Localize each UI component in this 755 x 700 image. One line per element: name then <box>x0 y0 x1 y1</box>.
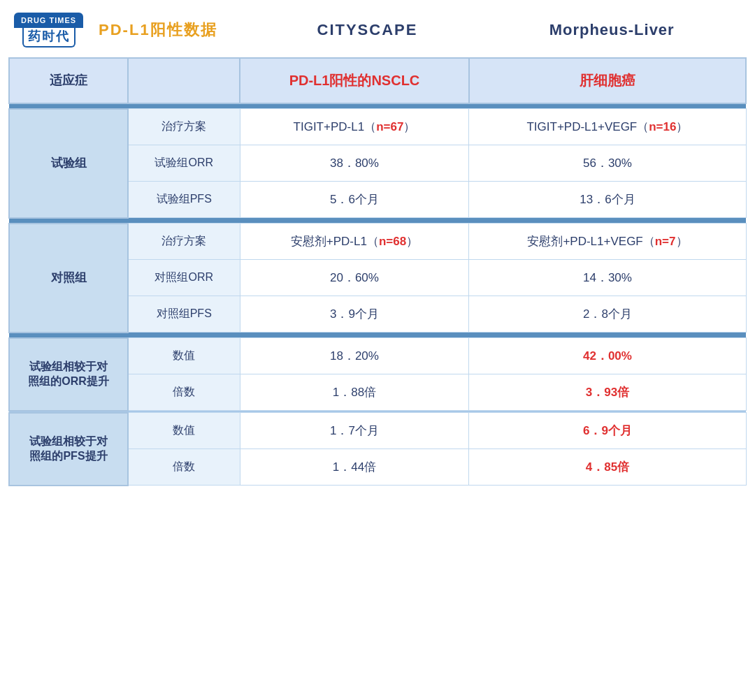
logo-cn: 药时代 <box>22 28 76 47</box>
ctrl-sub-label-3: 对照组PFS <box>128 296 240 333</box>
orr-row-1: 试验组相较于对 照组的ORR提升 数值 18．20% 42．00% <box>9 338 746 374</box>
pfs-row-1: 试验组相较于对 照组的PFS提升 数值 1．7个月 6．9个月 <box>9 413 746 449</box>
indications-cityscape: PD-L1阳性的NSCLC <box>240 58 469 103</box>
exp-row-1: 试验组 治疗方案 TIGIT+PD-L1（n=67） TIGIT+PD-L1+V… <box>9 109 746 145</box>
header-col-cityscape: CITYSCAPE <box>245 21 490 39</box>
exp-sub-label-2: 试验组ORR <box>128 145 240 182</box>
pfs-sub-label-2: 倍数 <box>128 449 240 486</box>
ctrl-cityscape-3: 3．9个月 <box>240 296 469 333</box>
pfs-morpheus-1: 6．9个月 <box>469 413 746 449</box>
header-title: PD-L1阳性数据 <box>99 20 217 41</box>
exp-cityscape-2: 38．80% <box>240 145 469 182</box>
indications-label: 适应症 <box>9 58 128 103</box>
ctrl-cityscape-1: 安慰剂+PD-L1（n=68） <box>240 224 469 260</box>
pfs-sub-label-1: 数值 <box>128 413 240 449</box>
exp-morpheus-2: 56．30% <box>469 145 746 182</box>
pfs-cityscape-2: 1．44倍 <box>240 449 469 486</box>
orr-sub-label-2: 倍数 <box>128 374 240 411</box>
ctrl-sub-label-2: 对照组ORR <box>128 260 240 296</box>
logo: DRUG TIMES 药时代 <box>14 13 83 48</box>
orr-group-label: 试验组相较于对 照组的ORR提升 <box>9 338 128 411</box>
major-sep-3 <box>9 333 746 338</box>
exp-sub-label-1: 治疗方案 <box>128 109 240 145</box>
logo-en: DRUG TIMES <box>14 13 83 28</box>
exp-sub-label-3: 试验组PFS <box>128 182 240 218</box>
orr-morpheus-1: 42．00% <box>469 338 746 374</box>
table-container: 适应症 PD-L1阳性的NSCLC 肝细胞癌 试验组 治疗方案 TIGIT+PD… <box>0 57 755 500</box>
ctrl-morpheus-3: 2．8个月 <box>469 296 746 333</box>
exp-cityscape-1: TIGIT+PD-L1（n=67） <box>240 109 469 145</box>
indications-sub-label <box>128 58 240 103</box>
indications-morpheus: 肝细胞癌 <box>469 58 746 103</box>
header-col-morpheus: Morpheus-Liver <box>489 21 734 39</box>
header: DRUG TIMES 药时代 PD-L1阳性数据 CITYSCAPE Morph… <box>0 0 755 57</box>
exp-cityscape-3: 5．6个月 <box>240 182 469 218</box>
major-sep-2 <box>9 218 746 224</box>
page-wrapper: DRUG TIMES 药时代 PD-L1阳性数据 CITYSCAPE Morph… <box>0 0 755 500</box>
ctrl-row-1: 对照组 治疗方案 安慰剂+PD-L1（n=68） 安慰剂+PD-L1+VEGF（… <box>9 224 746 260</box>
ctrl-morpheus-2: 14．30% <box>469 260 746 296</box>
ctrl-group-label: 对照组 <box>9 224 128 333</box>
ctrl-morpheus-1: 安慰剂+PD-L1+VEGF（n=7） <box>469 224 746 260</box>
pfs-group-label: 试验组相较于对 照组的PFS提升 <box>9 413 128 486</box>
exp-group-label: 试验组 <box>9 109 128 218</box>
pfs-cityscape-1: 1．7个月 <box>240 413 469 449</box>
main-table: 适应症 PD-L1阳性的NSCLC 肝细胞癌 试验组 治疗方案 TIGIT+PD… <box>8 57 747 486</box>
exp-morpheus-1: TIGIT+PD-L1+VEGF（n=16） <box>469 109 746 145</box>
orr-cityscape-1: 18．20% <box>240 338 469 374</box>
major-sep-1 <box>9 103 746 109</box>
orr-cityscape-2: 1．88倍 <box>240 374 469 411</box>
row-indications: 适应症 PD-L1阳性的NSCLC 肝细胞癌 <box>9 58 746 103</box>
ctrl-sub-label-1: 治疗方案 <box>128 224 240 260</box>
orr-sub-label-1: 数值 <box>128 338 240 374</box>
pfs-morpheus-2: 4．85倍 <box>469 449 746 486</box>
orr-morpheus-2: 3．93倍 <box>469 374 746 411</box>
ctrl-cityscape-2: 20．60% <box>240 260 469 296</box>
exp-morpheus-3: 13．6个月 <box>469 182 746 218</box>
